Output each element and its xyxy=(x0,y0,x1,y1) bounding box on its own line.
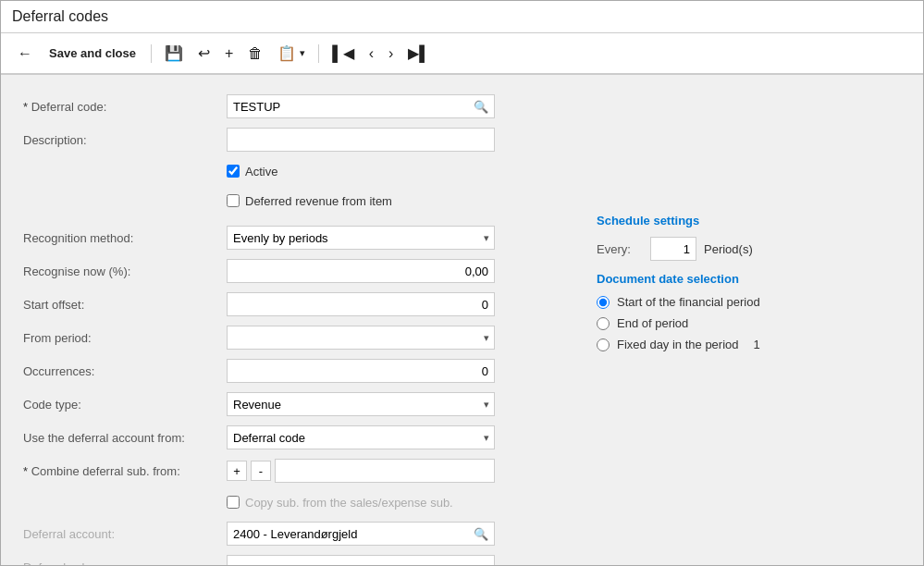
deferred-revenue-row: Deferred revenue from item xyxy=(227,190,560,212)
from-period-label: From period: xyxy=(23,331,227,345)
recognition-method-row: Recognition method: Evenly by periods Eq… xyxy=(23,225,560,251)
last-record-button[interactable]: ▶▌ xyxy=(402,41,435,66)
copy-dropdown-button[interactable]: ▾ xyxy=(298,43,311,63)
radio-group: Start of the financial period End of per… xyxy=(597,295,856,351)
deferral-account-input[interactable] xyxy=(233,527,472,541)
combine-buttons-row: + - xyxy=(227,459,495,483)
deferral-code-label: Deferral code: xyxy=(23,100,227,114)
deferral-account-from-wrapper: Deferral code Posting profile xyxy=(227,425,495,449)
description-row: Description: xyxy=(23,127,560,153)
occurrences-row: Occurrences: xyxy=(23,358,560,384)
deferral-code-input[interactable] xyxy=(233,100,472,114)
separator-1 xyxy=(151,44,152,63)
active-row: Active xyxy=(227,160,560,182)
from-period-row: From period: xyxy=(23,325,560,351)
code-type-wrapper: Revenue Expense xyxy=(227,392,495,416)
code-type-label: Code type: xyxy=(23,398,227,412)
prev-icon: ‹ xyxy=(369,45,374,62)
content-area: Deferral code: 🔍 Description: Active xyxy=(1,75,923,565)
fixed-day-label[interactable]: Fixed day in the period xyxy=(617,338,739,351)
combine-label: Combine deferral sub. from: xyxy=(23,464,227,478)
copy-button[interactable]: 📋 xyxy=(272,41,298,66)
form-left: Deferral code: 🔍 Description: Active xyxy=(23,93,560,565)
deferral-sub-row: Deferral sub.: xyxy=(23,554,560,565)
from-period-wrapper xyxy=(227,326,495,350)
last-icon: ▶▌ xyxy=(408,44,429,62)
delete-button[interactable]: 🗑 xyxy=(242,42,268,66)
code-type-select[interactable]: Revenue Expense xyxy=(227,392,495,416)
main-window: Deferral codes ← Save and close 💾 ↩ + 🗑 … xyxy=(0,0,924,566)
start-offset-input[interactable] xyxy=(227,292,495,316)
combine-minus-button[interactable]: - xyxy=(251,461,271,481)
title-bar: Deferral codes xyxy=(1,1,923,33)
combine-value-display xyxy=(275,459,495,483)
save-button[interactable]: 💾 xyxy=(159,41,189,66)
active-checkbox[interactable] xyxy=(227,165,240,178)
copy-sub-label[interactable]: Copy sub. from the sales/expense sub. xyxy=(245,496,453,510)
window-title: Deferral codes xyxy=(12,8,108,24)
recognition-method-wrapper: Evenly by periods Equal per period User-… xyxy=(227,226,495,250)
combine-plus-button[interactable]: + xyxy=(227,461,247,481)
fixed-day-value: 1 xyxy=(754,338,760,351)
deferral-sub-input[interactable] xyxy=(227,555,495,565)
period-label: Period(s) xyxy=(704,242,753,256)
radio-fixed-day: Fixed day in the period 1 xyxy=(597,338,856,351)
undo-button[interactable]: ↩ xyxy=(192,41,216,66)
recognise-now-row: Recognise now (%): xyxy=(23,258,560,284)
recognise-now-label: Recognise now (%): xyxy=(23,265,227,278)
radio-end-period: End of period xyxy=(597,316,856,330)
copy-icon: 📋 xyxy=(277,44,296,62)
recognition-method-select[interactable]: Evenly by periods Equal per period User-… xyxy=(227,226,495,250)
deferral-account-from-label: Use the deferral account from: xyxy=(23,431,227,445)
start-financial-label[interactable]: Start of the financial period xyxy=(617,295,760,309)
occurrences-label: Occurrences: xyxy=(23,364,227,378)
doc-date-title: Document date selection xyxy=(597,272,856,286)
first-icon: ▌◀ xyxy=(332,44,353,62)
save-icon: 💾 xyxy=(165,44,183,62)
combine-field-wrapper: + - xyxy=(227,459,495,483)
deferral-sub-label: Deferral sub.: xyxy=(23,560,227,566)
deferral-account-label: Deferral account: xyxy=(23,527,227,541)
prev-record-button[interactable]: ‹ xyxy=(363,42,379,66)
delete-icon: 🗑 xyxy=(248,45,263,62)
description-input[interactable] xyxy=(227,128,495,152)
code-type-row: Code type: Revenue Expense xyxy=(23,391,560,417)
copy-sub-checkbox[interactable] xyxy=(227,496,240,509)
schedule-settings-title: Schedule settings xyxy=(597,214,856,228)
fixed-day-radio[interactable] xyxy=(597,338,610,351)
every-row: Every: Period(s) xyxy=(597,237,856,261)
occurrences-input[interactable] xyxy=(227,359,495,383)
recognition-method-label: Recognition method: xyxy=(23,231,227,245)
first-record-button[interactable]: ▌◀ xyxy=(326,41,359,66)
form-right: Schedule settings Every: Period(s) Docum… xyxy=(597,93,856,565)
toolbar: ← Save and close 💾 ↩ + 🗑 📋 ▾ ▌◀ xyxy=(1,33,923,75)
radio-start-financial: Start of the financial period xyxy=(597,295,856,309)
deferral-account-from-select[interactable]: Deferral code Posting profile xyxy=(227,425,495,449)
deferral-code-search-button[interactable]: 🔍 xyxy=(472,100,490,114)
deferred-revenue-label[interactable]: Deferred revenue from item xyxy=(245,194,392,208)
deferral-account-field-wrapper: 🔍 xyxy=(227,522,495,546)
recognise-now-input[interactable] xyxy=(227,259,495,283)
deferral-account-row: Deferral account: 🔍 xyxy=(23,521,560,547)
save-close-button[interactable]: Save and close xyxy=(42,43,143,64)
next-icon: › xyxy=(388,45,393,62)
start-financial-radio[interactable] xyxy=(597,296,610,309)
end-period-label[interactable]: End of period xyxy=(617,316,688,330)
from-period-select[interactable] xyxy=(227,326,495,350)
next-record-button[interactable]: › xyxy=(383,42,399,66)
deferred-revenue-checkbox[interactable] xyxy=(227,194,240,207)
active-label[interactable]: Active xyxy=(245,165,277,178)
copy-dropdown-icon: ▾ xyxy=(300,47,305,59)
combine-row: Combine deferral sub. from: + - xyxy=(23,458,560,484)
every-input[interactable] xyxy=(650,237,696,261)
save-close-label: Save and close xyxy=(49,46,136,60)
add-button[interactable]: + xyxy=(219,42,239,66)
back-button[interactable]: ← xyxy=(12,42,38,66)
copy-sub-row: Copy sub. from the sales/expense sub. xyxy=(227,491,560,513)
add-icon: + xyxy=(225,45,233,62)
deferral-account-search-button[interactable]: 🔍 xyxy=(472,527,490,541)
start-offset-row: Start offset: xyxy=(23,291,560,317)
every-label: Every: xyxy=(597,242,643,256)
end-period-radio[interactable] xyxy=(597,317,610,330)
deferral-account-from-row: Use the deferral account from: Deferral … xyxy=(23,424,560,450)
